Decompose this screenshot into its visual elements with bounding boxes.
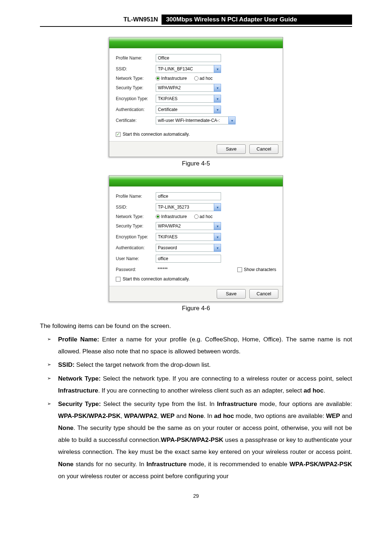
save-button[interactable]: Save	[217, 144, 246, 154]
ssid-label: SSID:	[116, 66, 156, 71]
security-type-label: Security Type:	[116, 85, 156, 90]
show-characters-label: Show characters	[244, 267, 276, 272]
auto-connect-checkbox[interactable]	[116, 277, 121, 282]
save-button[interactable]: Save	[217, 289, 246, 299]
model-number: TL-WN951N	[123, 15, 162, 25]
adhoc-label: ad hoc	[200, 76, 213, 81]
bullet-icon: ➢	[47, 335, 51, 344]
chevron-down-icon[interactable]: ▾	[214, 84, 221, 92]
item-text: Select the target network from the drop-…	[74, 361, 211, 368]
ssid-dropdown[interactable]: TP-LINK_BF134C ▾	[156, 65, 221, 73]
authentication-label: Authentication:	[116, 245, 156, 250]
bullet-icon: ➢	[47, 374, 51, 383]
encryption-type-value: TKIP/AES	[156, 233, 214, 241]
password-input[interactable]: ******	[156, 266, 207, 274]
profile-name-input[interactable]: Office	[156, 54, 221, 62]
infrastructure-label: Infrastructure	[161, 214, 187, 219]
security-type-label: Security Type:	[116, 223, 156, 229]
chevron-down-icon[interactable]: ▾	[214, 203, 221, 211]
security-type-dropdown[interactable]: WPA/WPA2 ▾	[156, 222, 221, 230]
username-input[interactable]: office	[156, 255, 221, 263]
adhoc-radio[interactable]: ad hoc	[194, 76, 213, 81]
list-item: ➢ Network Type: Select the network type.…	[40, 373, 352, 397]
bullet-icon: ➢	[47, 399, 51, 408]
list-item: ➢ Profile Name: Enter a name for your pr…	[40, 333, 352, 357]
infrastructure-label: Infrastructure	[161, 76, 187, 81]
item-label: SSID:	[58, 361, 74, 368]
adhoc-radio[interactable]: ad hoc	[194, 214, 213, 219]
item-label: Network Type:	[58, 375, 101, 382]
auto-connect-label: Start this connection automatically.	[123, 276, 190, 282]
dialog-titlebar	[109, 37, 283, 48]
list-item: ➢ Security Type: Select the security typ…	[40, 398, 352, 482]
encryption-type-label: Encryption Type:	[116, 96, 156, 101]
security-type-value: WPA/WPA2	[156, 222, 214, 230]
password-label: Password:	[116, 267, 156, 272]
list-item: ➢ SSID: Select the target network from t…	[40, 359, 352, 371]
figure-caption: Figure 4-6	[40, 305, 352, 312]
dialog-titlebar	[109, 176, 283, 186]
profile-dialog-1: Profile Name: Office SSID: TP-LINK_BF134…	[109, 37, 283, 157]
network-type-label: Network Type:	[116, 214, 156, 219]
chevron-down-icon[interactable]: ▾	[214, 95, 221, 103]
chevron-down-icon[interactable]: ▾	[214, 244, 221, 252]
encryption-type-value: TKIP/AES	[156, 95, 214, 103]
authentication-dropdown[interactable]: Certificate ▾	[156, 106, 221, 114]
doc-title: 300Mbps Wireless N PCI Adapter User Guid…	[162, 15, 352, 25]
bullet-icon: ➢	[47, 360, 51, 369]
certificate-value: wifi-user WiFi-Intermediate-CA-:	[156, 116, 228, 124]
profile-name-label: Profile Name:	[116, 56, 156, 61]
doc-header: TL-WN951N 300Mbps Wireless N PCI Adapter…	[123, 15, 352, 25]
profile-name-input[interactable]: office	[156, 192, 221, 200]
item-text: Enter a name for your profile (e.g. Coff…	[58, 336, 352, 355]
header-rule	[40, 26, 352, 27]
infrastructure-radio[interactable]: Infrastructure	[156, 214, 187, 219]
network-type-label: Network Type:	[116, 76, 156, 81]
adhoc-label: ad hoc	[200, 214, 213, 219]
chevron-down-icon[interactable]: ▾	[214, 106, 221, 114]
ssid-value: TP-LINK_35273	[156, 203, 214, 211]
chevron-down-icon[interactable]: ▾	[214, 65, 221, 73]
security-type-dropdown[interactable]: WPA/WPA2 ▾	[156, 84, 221, 92]
chevron-down-icon[interactable]: ▾	[214, 222, 221, 230]
certificate-dropdown[interactable]: wifi-user WiFi-Intermediate-CA-: ▾	[156, 116, 236, 124]
profile-name-label: Profile Name:	[116, 194, 156, 199]
certificate-label: Certificate:	[116, 118, 156, 123]
cancel-button[interactable]: Cancel	[249, 289, 278, 299]
profile-dialog-2: Profile Name: office SSID: TP-LINK_35273…	[109, 175, 283, 302]
ssid-value: TP-LINK_BF134C	[156, 65, 214, 73]
cancel-button[interactable]: Cancel	[249, 144, 278, 154]
username-label: User Name:	[116, 256, 156, 261]
chevron-down-icon[interactable]: ▾	[228, 116, 236, 124]
encryption-type-label: Encryption Type:	[116, 234, 156, 239]
authentication-value: Certificate	[156, 106, 214, 114]
authentication-value: Password	[156, 244, 214, 252]
infrastructure-radio[interactable]: Infrastructure	[156, 76, 187, 81]
intro-text: The following items can be found on the …	[40, 320, 352, 332]
item-label: Security Type:	[58, 401, 101, 407]
security-type-value: WPA/WPA2	[156, 84, 214, 92]
ssid-dropdown[interactable]: TP-LINK_35273 ▾	[156, 203, 221, 211]
figure-caption: Figure 4-5	[40, 160, 352, 167]
authentication-dropdown[interactable]: Password ▾	[156, 244, 221, 252]
show-characters-checkbox[interactable]	[237, 267, 242, 272]
item-label: Profile Name:	[58, 336, 99, 343]
page-number: 29	[0, 493, 392, 499]
ssid-label: SSID:	[116, 205, 156, 210]
auto-connect-checkbox[interactable]	[116, 132, 121, 137]
authentication-label: Authentication:	[116, 107, 156, 112]
encryption-type-dropdown[interactable]: TKIP/AES ▾	[156, 95, 221, 103]
auto-connect-label: Start this connection automatically.	[123, 132, 190, 137]
encryption-type-dropdown[interactable]: TKIP/AES ▾	[156, 233, 221, 241]
chevron-down-icon[interactable]: ▾	[214, 233, 221, 241]
